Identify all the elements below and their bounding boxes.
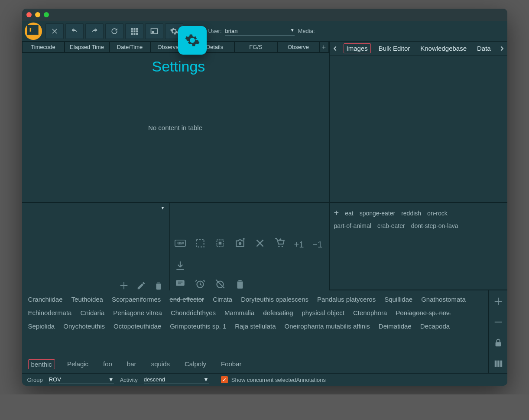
tabs-prev-button[interactable] — [332, 46, 338, 52]
redo-button[interactable] — [85, 23, 104, 39]
side-panel: Images Bulk Editor Knowledgebase Data — [330, 42, 507, 202]
download-icon[interactable] — [175, 260, 186, 274]
caret-down-icon: ▼ — [290, 28, 295, 34]
tabs-next-button[interactable] — [499, 46, 505, 52]
clear-button[interactable] — [45, 23, 64, 39]
minus-one-button[interactable]: −1 — [312, 240, 322, 250]
tag-item[interactable]: reddish — [401, 210, 421, 217]
grid-button[interactable] — [125, 23, 143, 39]
add-user-button[interactable] — [185, 23, 203, 39]
svg-rect-17 — [497, 361, 500, 367]
concept-word[interactable]: Cnidaria — [80, 309, 104, 316]
concept-word[interactable]: end-effector — [169, 296, 204, 303]
new-badge-icon[interactable]: NEW — [175, 238, 186, 251]
concept-tab-bar[interactable]: bar — [124, 359, 139, 369]
concept-word[interactable]: Scorpaeniformes — [112, 296, 161, 303]
tag-item[interactable]: on-rock — [427, 210, 448, 217]
settings-button[interactable] — [165, 23, 183, 39]
concept-word[interactable]: Peniagone vitrea — [113, 309, 162, 316]
svg-rect-18 — [500, 361, 502, 367]
tag-item[interactable]: crab-eater — [377, 222, 405, 229]
concept-word[interactable]: defecating — [263, 309, 293, 316]
add-tag-button[interactable]: + — [334, 208, 339, 218]
concept-word[interactable]: Grimpoteuthis sp. 1 — [170, 322, 226, 330]
col-fgs[interactable]: FG/S — [234, 42, 278, 52]
group-select[interactable]: ROV ▼ — [49, 375, 114, 384]
tag-item[interactable]: eat — [345, 210, 353, 217]
concept-word[interactable]: Oneirophanta mutabilis affinis — [284, 322, 370, 330]
edit-button[interactable] — [136, 281, 146, 292]
col-timecode[interactable]: Timecode — [22, 42, 65, 52]
col-observation[interactable]: Observation — [150, 42, 195, 52]
main-area: Timecode Elapsed Time Date/Time Observat… — [22, 42, 507, 373]
svg-rect-15 — [495, 342, 501, 346]
add-column-button[interactable]: + — [319, 42, 329, 52]
concept-word[interactable]: Deimatidae — [379, 322, 412, 330]
close-icon[interactable] — [254, 238, 266, 251]
side-tabs-header: Images Bulk Editor Knowledgebase Data — [330, 42, 507, 55]
zoom-in-button[interactable] — [493, 296, 503, 308]
col-details[interactable]: Details — [195, 42, 234, 52]
concept-cloud-main: CranchiidaeTeuthoideaScorpaeniformesend-… — [22, 290, 488, 373]
concept-word[interactable]: Squillidae — [384, 296, 412, 303]
concurrent-checkbox[interactable]: ✓ — [221, 376, 228, 383]
concept-word[interactable]: Raja stellulata — [235, 322, 276, 330]
tag-item[interactable]: sponge-eater — [360, 210, 396, 217]
group-value: ROV — [49, 376, 61, 383]
svg-point-3 — [194, 28, 197, 31]
concept-word[interactable]: Ctenophora — [353, 309, 387, 316]
concept-word[interactable]: Echinodermata — [28, 309, 72, 316]
concept-word[interactable]: Chondrichthyes — [171, 309, 216, 316]
delete-button[interactable] — [154, 281, 163, 292]
undo-button[interactable] — [65, 23, 84, 39]
maximize-window-button[interactable] — [44, 12, 49, 17]
add-button[interactable] — [119, 281, 129, 292]
tab-bulk-editor[interactable]: Bulk Editor — [376, 43, 413, 54]
col-observe[interactable]: Observe — [278, 42, 319, 52]
concept-word[interactable]: Sepiolida — [28, 322, 55, 330]
zoom-out-button[interactable] — [493, 317, 503, 329]
concept-word[interactable]: Onychoteuthis — [63, 322, 105, 330]
entry-dropdown[interactable]: ▼ — [22, 203, 169, 213]
svg-rect-2 — [152, 31, 154, 33]
tab-knowledgebase[interactable]: Knowledgebase — [418, 43, 469, 54]
concept-tab-pelagic[interactable]: Pelagic — [65, 359, 91, 369]
camera-add-icon[interactable] — [234, 238, 246, 251]
refresh-button[interactable] — [105, 23, 123, 39]
col-elapsed[interactable]: Elapsed Time — [65, 42, 110, 52]
window-button[interactable] — [145, 23, 163, 39]
columns-button[interactable] — [493, 359, 503, 370]
minimize-window-button[interactable] — [35, 12, 40, 17]
concept-word[interactable]: Octopoteuthidae — [114, 322, 161, 330]
close-window-button[interactable] — [26, 12, 32, 17]
user-select[interactable]: brian ▼ — [225, 27, 295, 36]
concept-word[interactable]: Mammalia — [224, 309, 254, 316]
select-all-icon[interactable] — [214, 238, 226, 251]
tab-data[interactable]: Data — [474, 43, 493, 54]
concept-word[interactable]: Peniagone sp. nov. — [396, 309, 451, 316]
tag-item[interactable]: dont-step-on-lava — [411, 222, 458, 229]
concept-tab-foobar[interactable]: Foobar — [218, 359, 244, 369]
add-cart-icon[interactable] — [274, 238, 286, 251]
plus-one-button[interactable]: +1 — [294, 240, 304, 250]
svg-point-9 — [238, 242, 241, 245]
concept-word[interactable]: physical object — [302, 309, 344, 316]
concept-tab-calpoly[interactable]: Calpoly — [182, 359, 209, 369]
concept-word[interactable]: Gnathostomata — [421, 296, 466, 303]
tab-images[interactable]: Images — [344, 43, 371, 53]
concept-word[interactable]: Decapoda — [420, 322, 450, 330]
concept-word[interactable]: Teuthoidea — [71, 296, 103, 303]
col-datetime[interactable]: Date/Time — [110, 42, 150, 52]
lock-button[interactable] — [493, 338, 503, 349]
select-crop-icon[interactable] — [195, 238, 206, 251]
concept-tab-foo[interactable]: foo — [101, 359, 115, 369]
activity-select[interactable]: descend ▼ — [144, 375, 209, 384]
concept-word[interactable]: Cirrata — [213, 296, 232, 303]
concept-word[interactable]: Doryteuthis opalescens — [241, 296, 308, 303]
concept-word[interactable]: Cranchiidae — [28, 296, 63, 303]
concept-words: CranchiidaeTeuthoideaScorpaeniformesend-… — [22, 290, 488, 356]
concept-tab-benthic[interactable]: benthic — [28, 359, 55, 369]
tag-item[interactable]: part-of-animal — [334, 222, 371, 229]
concept-tab-squids[interactable]: squids — [149, 359, 172, 369]
concept-word[interactable]: Pandalus platyceros — [317, 296, 376, 303]
